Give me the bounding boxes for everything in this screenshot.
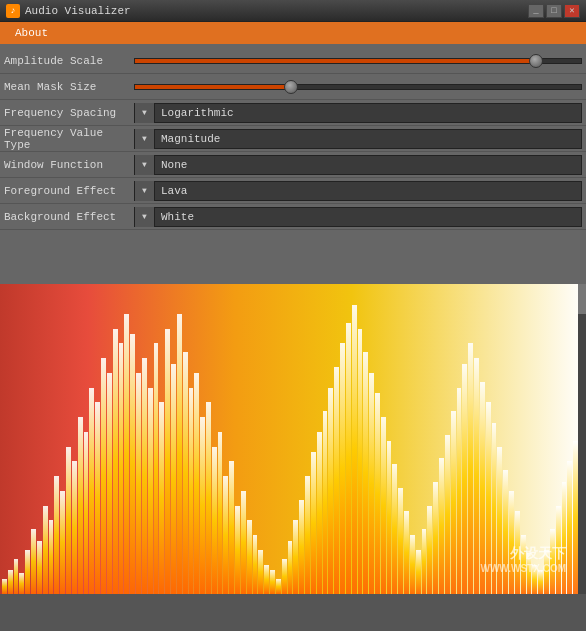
visualizer-bar bbox=[457, 388, 462, 595]
visualizer-bar bbox=[305, 476, 310, 594]
visualizer-bar bbox=[358, 329, 363, 595]
visualizer-bar bbox=[340, 343, 345, 594]
frequency-value-type-arrow[interactable]: ▼ bbox=[135, 129, 155, 149]
frequency-spacing-row: Frequency Spacing ▼ Logarithmic bbox=[0, 100, 586, 126]
visualizer-bar bbox=[433, 482, 438, 594]
scrollbar[interactable] bbox=[578, 284, 586, 594]
frequency-value-type-row: Frequency Value Type ▼ Magnitude bbox=[0, 126, 586, 152]
mean-mask-size-row: Mean Mask Size bbox=[0, 74, 586, 100]
visualizer-bar bbox=[165, 329, 170, 595]
visualizer-bar bbox=[422, 529, 427, 594]
visualizer-bar bbox=[124, 314, 129, 594]
visualizer-bar bbox=[352, 305, 357, 594]
visualizer-bar bbox=[410, 535, 415, 594]
visualizer-bar bbox=[375, 393, 380, 594]
visualizer-bar bbox=[148, 388, 153, 595]
visualizer-bar bbox=[95, 402, 100, 594]
maximize-button[interactable]: □ bbox=[546, 4, 562, 18]
visualizer-bar bbox=[317, 432, 322, 594]
visualizer-bar bbox=[107, 373, 112, 594]
window-function-dropdown[interactable]: ▼ None bbox=[134, 155, 582, 175]
visualizer-bar bbox=[334, 367, 339, 594]
background-effect-value: White bbox=[155, 211, 581, 223]
window-function-row: Window Function ▼ None bbox=[0, 152, 586, 178]
visualizer-bar bbox=[282, 559, 287, 594]
mean-mask-size-slider[interactable] bbox=[134, 78, 582, 96]
watermark-text: 外设天下 bbox=[480, 545, 566, 563]
visualizer-bar bbox=[293, 520, 298, 594]
foreground-effect-dropdown[interactable]: ▼ Lava bbox=[134, 181, 582, 201]
visualizer-bar bbox=[276, 579, 281, 594]
visualizer-bar bbox=[567, 461, 572, 594]
visualizer-bar bbox=[136, 373, 141, 594]
visualizer-bar bbox=[509, 491, 514, 594]
visualizer-bar bbox=[218, 432, 223, 594]
visualizer-bar bbox=[206, 402, 211, 594]
visualizer-bar bbox=[474, 358, 479, 594]
frequency-value-type-dropdown[interactable]: ▼ Magnitude bbox=[134, 129, 582, 149]
mean-mask-size-label: Mean Mask Size bbox=[4, 81, 134, 93]
visualizer-bar bbox=[43, 506, 48, 595]
foreground-effect-row: Foreground Effect ▼ Lava bbox=[0, 178, 586, 204]
amplitude-scale-fill bbox=[135, 59, 536, 63]
visualizer-bar bbox=[503, 470, 508, 594]
foreground-effect-arrow[interactable]: ▼ bbox=[135, 181, 155, 201]
visualizer-bar bbox=[258, 550, 263, 594]
amplitude-scale-label: Amplitude Scale bbox=[4, 55, 134, 67]
watermark: 外设天下 WWW.WSTX.COM bbox=[480, 545, 566, 574]
visualizer-bar bbox=[119, 343, 124, 594]
frequency-spacing-arrow[interactable]: ▼ bbox=[135, 103, 155, 123]
title-bar-text: Audio Visualizer bbox=[25, 5, 528, 17]
visualizer-bar bbox=[235, 506, 240, 595]
visualizer-bar bbox=[171, 364, 176, 594]
visualizer-bar bbox=[264, 565, 269, 595]
menu-item-about[interactable]: About bbox=[6, 24, 57, 42]
visualizer-bar bbox=[25, 550, 30, 594]
visualizer-bar bbox=[369, 373, 374, 594]
mean-mask-size-fill bbox=[135, 85, 291, 89]
background-effect-dropdown[interactable]: ▼ White bbox=[134, 207, 582, 227]
visualizer-bar bbox=[253, 535, 258, 594]
foreground-effect-label: Foreground Effect bbox=[4, 185, 134, 197]
visualizer-bar bbox=[72, 461, 77, 594]
visualizer-bar bbox=[328, 388, 333, 595]
amplitude-scale-slider[interactable] bbox=[134, 52, 582, 70]
visualizer-bar bbox=[2, 579, 7, 594]
frequency-value-type-value: Magnitude bbox=[155, 133, 581, 145]
empty-space bbox=[0, 234, 586, 284]
visualizer-bar bbox=[323, 411, 328, 594]
visualizer-bar bbox=[223, 476, 228, 594]
visualizer-bar bbox=[14, 559, 19, 594]
visualizer-bar bbox=[462, 364, 467, 594]
amplitude-scale-thumb[interactable] bbox=[529, 54, 543, 68]
mean-mask-size-thumb[interactable] bbox=[284, 80, 298, 94]
background-effect-label: Background Effect bbox=[4, 211, 134, 223]
scrollbar-thumb[interactable] bbox=[578, 284, 586, 314]
visualizer-bar bbox=[8, 570, 13, 594]
background-effect-arrow[interactable]: ▼ bbox=[135, 207, 155, 227]
visualizer-bar bbox=[241, 491, 246, 594]
amplitude-scale-row: Amplitude Scale bbox=[0, 48, 586, 74]
visualizer-bar bbox=[177, 314, 182, 594]
visualizer-bar bbox=[398, 488, 403, 594]
amplitude-scale-track bbox=[134, 58, 582, 64]
close-button[interactable]: ✕ bbox=[564, 4, 580, 18]
frequency-spacing-dropdown[interactable]: ▼ Logarithmic bbox=[134, 103, 582, 123]
visualizer-bar bbox=[468, 343, 473, 594]
visualizer: 外设天下 WWW.WSTX.COM bbox=[0, 284, 586, 594]
window-function-arrow[interactable]: ▼ bbox=[135, 155, 155, 175]
visualizer-bar bbox=[101, 358, 106, 594]
visualizer-bar bbox=[562, 482, 567, 594]
background-effect-row: Background Effect ▼ White bbox=[0, 204, 586, 230]
visualizer-bar bbox=[49, 520, 54, 594]
visualizer-bar bbox=[200, 417, 205, 594]
visualizer-bar bbox=[142, 358, 147, 594]
minimize-button[interactable]: _ bbox=[528, 4, 544, 18]
visualizer-bar bbox=[451, 411, 456, 594]
visualizer-bar bbox=[404, 511, 409, 594]
visualizer-bar bbox=[84, 432, 89, 594]
visualizer-bar bbox=[299, 500, 304, 594]
visualizer-bar bbox=[89, 388, 94, 595]
visualizer-bar bbox=[130, 334, 135, 594]
visualizer-bar bbox=[212, 447, 217, 595]
